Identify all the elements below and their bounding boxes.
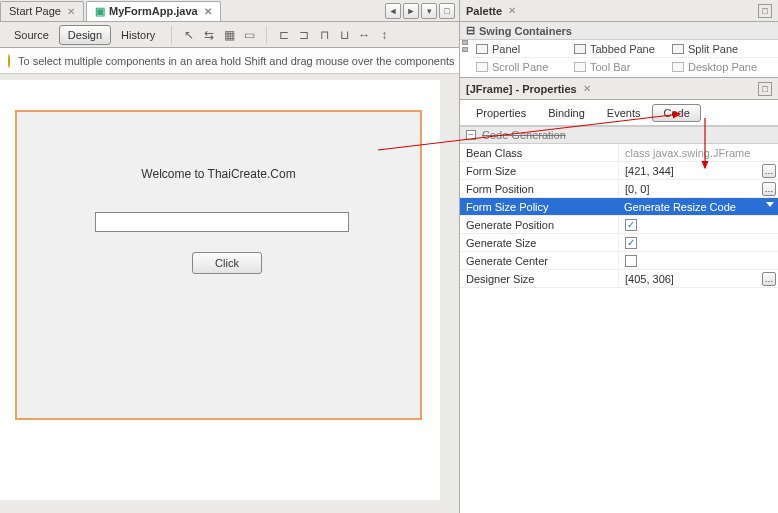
desktop-pane-icon bbox=[672, 62, 684, 72]
palette-item-split-pane[interactable]: Split Pane bbox=[668, 43, 766, 55]
scroll-left-icon[interactable]: ◄ bbox=[385, 3, 401, 19]
align-top-icon[interactable]: ⊓ bbox=[315, 26, 333, 44]
separator bbox=[266, 26, 267, 44]
minimize-icon[interactable]: □ bbox=[758, 4, 772, 18]
prop-generate-size[interactable]: Generate Size ✓ bbox=[460, 234, 778, 252]
palette-section[interactable]: ⊟ Swing Containers bbox=[460, 22, 778, 40]
align-icon[interactable]: ▭ bbox=[240, 26, 258, 44]
scroll-right-icon[interactable]: ► bbox=[403, 3, 419, 19]
properties-header: [JFrame] - Properties ✕ □ bbox=[460, 78, 778, 100]
tab-label: Start Page bbox=[9, 5, 61, 17]
palette-item-tool-bar[interactable]: Tool Bar bbox=[570, 61, 668, 73]
scroll-indicator[interactable] bbox=[460, 40, 470, 76]
close-icon[interactable]: ✕ bbox=[204, 6, 212, 17]
center-v-icon[interactable]: ↕ bbox=[375, 26, 393, 44]
maximize-icon[interactable]: □ bbox=[439, 3, 455, 19]
palette-item-tabbed-pane[interactable]: Tabbed Pane bbox=[570, 43, 668, 55]
section-label: Swing Containers bbox=[479, 25, 572, 37]
align-left-icon[interactable]: ⊏ bbox=[275, 26, 293, 44]
mode-toolbar: Source Design History ↖ ⇆ ▦ ▭ ⊏ ⊐ ⊓ ⊔ ↔ … bbox=[0, 22, 459, 48]
palette-row: Scroll Pane Tool Bar Desktop Pane bbox=[470, 58, 778, 76]
ellipsis-button[interactable]: … bbox=[762, 182, 776, 196]
palette-title: Palette bbox=[466, 5, 502, 17]
collapse-icon: − bbox=[466, 130, 476, 140]
jframe-preview[interactable]: Welcome to ThaiCreate.Com Click bbox=[15, 110, 422, 420]
click-button[interactable]: Click bbox=[192, 252, 262, 274]
preview-icon[interactable]: ▦ bbox=[220, 26, 238, 44]
prop-designer-size[interactable]: Designer Size [405, 306]… bbox=[460, 270, 778, 288]
prop-bean-class[interactable]: Bean Class class javax.swing.JFrame bbox=[460, 144, 778, 162]
tab-myformapp[interactable]: ▣ MyFormApp.java ✕ bbox=[86, 1, 221, 21]
property-grid: Bean Class class javax.swing.JFrame Form… bbox=[460, 144, 778, 513]
palette-header: Palette ✕ □ bbox=[460, 0, 778, 22]
tab-code[interactable]: Code bbox=[652, 104, 700, 122]
section-label: Code Generation bbox=[482, 129, 566, 141]
palette-item-scroll-pane[interactable]: Scroll Pane bbox=[472, 61, 570, 73]
checkbox[interactable]: ✓ bbox=[625, 237, 637, 249]
tool-bar-icon bbox=[574, 62, 586, 72]
ellipsis-button[interactable]: … bbox=[762, 164, 776, 178]
close-icon[interactable]: ✕ bbox=[508, 5, 516, 16]
panel-icon bbox=[476, 44, 488, 54]
collapse-icon: ⊟ bbox=[466, 24, 475, 37]
connection-mode-icon[interactable]: ⇆ bbox=[200, 26, 218, 44]
separator bbox=[171, 26, 172, 44]
prop-form-position[interactable]: Form Position [0, 0]… bbox=[460, 180, 778, 198]
selection-mode-icon[interactable]: ↖ bbox=[180, 26, 198, 44]
tab-start-page[interactable]: Start Page ✕ bbox=[0, 1, 84, 21]
tab-label: MyFormApp.java bbox=[109, 5, 198, 17]
close-icon[interactable]: ✕ bbox=[583, 83, 591, 94]
tab-binding[interactable]: Binding bbox=[538, 105, 595, 121]
checkbox[interactable]: ✓ bbox=[625, 219, 637, 231]
align-right-icon[interactable]: ⊐ bbox=[295, 26, 313, 44]
ellipsis-button[interactable]: … bbox=[762, 272, 776, 286]
prop-generate-position[interactable]: Generate Position ✓ bbox=[460, 216, 778, 234]
minimize-icon[interactable]: □ bbox=[758, 82, 772, 96]
prop-form-size-policy[interactable]: Form Size Policy Generate Resize Code bbox=[460, 198, 778, 216]
palette-item-panel[interactable]: Panel bbox=[472, 43, 570, 55]
tab-properties[interactable]: Properties bbox=[466, 105, 536, 121]
history-button[interactable]: History bbox=[113, 25, 163, 45]
hint-text: To select multiple components in an area… bbox=[18, 55, 455, 67]
design-button[interactable]: Design bbox=[59, 25, 111, 45]
palette-body: ⊟ Swing Containers Panel Tabbed Pane Spl… bbox=[460, 22, 778, 78]
chevron-down-icon[interactable] bbox=[766, 202, 774, 207]
hint-bar: To select multiple components in an area… bbox=[0, 48, 459, 74]
tab-events[interactable]: Events bbox=[597, 105, 651, 121]
lightbulb-icon bbox=[8, 54, 10, 68]
welcome-label: Welcome to ThaiCreate.Com bbox=[17, 167, 420, 181]
property-section[interactable]: − Code Generation bbox=[460, 126, 778, 144]
dropdown-icon[interactable]: ▾ bbox=[421, 3, 437, 19]
center-h-icon[interactable]: ↔ bbox=[355, 26, 373, 44]
palette-row: Panel Tabbed Pane Split Pane bbox=[470, 40, 778, 58]
file-tabs: Start Page ✕ ▣ MyFormApp.java ✕ ◄ ► ▾ □ bbox=[0, 0, 459, 22]
prop-generate-center[interactable]: Generate Center bbox=[460, 252, 778, 270]
source-button[interactable]: Source bbox=[6, 25, 57, 45]
tab-controls: ◄ ► ▾ □ bbox=[385, 3, 459, 19]
right-column: Palette ✕ □ ⊟ Swing Containers Panel Tab… bbox=[460, 0, 778, 513]
tabbed-pane-icon bbox=[574, 44, 586, 54]
file-icon: ▣ bbox=[95, 5, 105, 18]
property-tabs: Properties Binding Events Code bbox=[460, 100, 778, 126]
text-field[interactable] bbox=[95, 212, 349, 232]
palette-item-desktop-pane[interactable]: Desktop Pane bbox=[668, 61, 766, 73]
checkbox[interactable] bbox=[625, 255, 637, 267]
close-icon[interactable]: ✕ bbox=[67, 6, 75, 17]
align-bottom-icon[interactable]: ⊔ bbox=[335, 26, 353, 44]
editor-pane: Start Page ✕ ▣ MyFormApp.java ✕ ◄ ► ▾ □ … bbox=[0, 0, 460, 513]
properties-body: Properties Binding Events Code − Code Ge… bbox=[460, 100, 778, 513]
prop-form-size[interactable]: Form Size [421, 344]… bbox=[460, 162, 778, 180]
split-pane-icon bbox=[672, 44, 684, 54]
scroll-pane-icon bbox=[476, 62, 488, 72]
properties-title: [JFrame] - Properties bbox=[466, 83, 577, 95]
